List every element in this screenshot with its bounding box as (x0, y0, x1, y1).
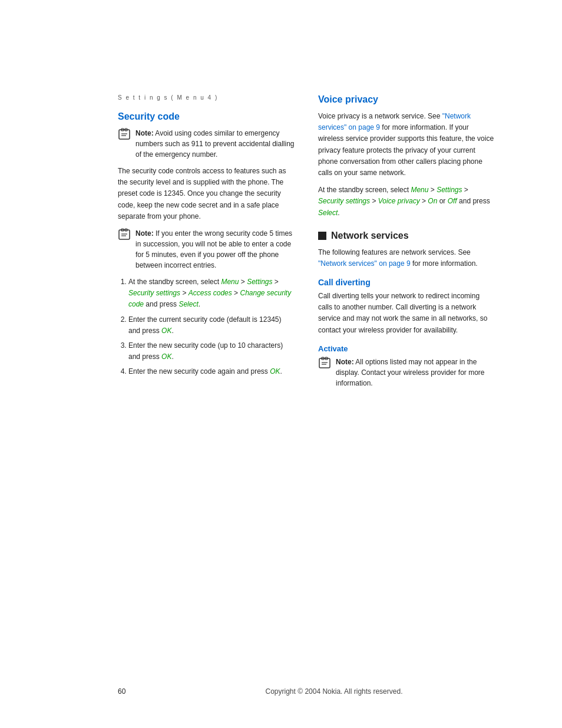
svg-rect-0 (119, 130, 130, 139)
voice-privacy-title: Voice privacy (318, 94, 495, 105)
network-services-section: Network services The following features … (318, 230, 495, 269)
note-icon-2 (118, 228, 131, 243)
note-content-2: If you enter the wrong security code 5 t… (135, 229, 292, 269)
step1-text: At the standby screen, select Menu > Set… (128, 278, 291, 308)
svg-rect-5 (119, 230, 130, 239)
vp-voice-privacy: Voice privacy (378, 197, 420, 205)
security-code-title: Security code (118, 111, 295, 122)
step2-ok: OK (161, 327, 171, 335)
step1-settings: Settings (247, 278, 272, 286)
step4-ok: OK (270, 367, 280, 375)
vp-settings: Settings (437, 186, 462, 194)
network-services-link: "Network services" on page 9 (318, 259, 411, 268)
step-3: Enter the new security code (up to 10 ch… (128, 340, 295, 363)
copyright-text: Copyright © 2004 Nokia. All rights reser… (141, 687, 527, 696)
voice-privacy-body2: At the standby screen, select Menu > Set… (318, 185, 495, 219)
call-diverting-title: Call diverting (318, 278, 495, 287)
note-icon-1 (118, 128, 131, 143)
activate-section: Activate Note: All options listed may no… (318, 344, 495, 388)
activate-note-text: Note: All options listed may not appear … (336, 357, 495, 388)
activate-note-content: All options listed may not appear in the… (336, 358, 485, 387)
note-box-2: Note: If you enter the wrong security co… (118, 228, 295, 271)
step-1: At the standby screen, select Menu > Set… (128, 276, 295, 311)
note-text-2: Note: If you enter the wrong security co… (135, 228, 295, 271)
vp-select: Select (318, 209, 338, 217)
activate-note-box: Note: All options listed may not appear … (318, 357, 495, 388)
footer: 60 Copyright © 2004 Nokia. All rights re… (0, 687, 562, 696)
call-diverting-section: Call diverting Call diverting tells your… (318, 278, 495, 336)
network-services-square (318, 232, 326, 240)
activate-title: Activate (318, 344, 495, 353)
page-number: 60 (118, 687, 141, 696)
vp-security-settings: Security settings (318, 197, 370, 205)
steps-list: At the standby screen, select Menu > Set… (128, 276, 295, 378)
step1-select: Select (178, 300, 198, 308)
note-text-1: Note: Avoid using codes similar to emerg… (135, 128, 295, 160)
network-services-title-row: Network services (318, 230, 495, 241)
step2-text: Enter the current security code (default… (128, 315, 281, 335)
activate-note-bold: Note: (336, 358, 354, 366)
page: S e t t i n g s ( M e n u 4 ) Security c… (0, 0, 562, 728)
note-box-1: Note: Avoid using codes similar to emerg… (118, 128, 295, 160)
step1-access-codes: Access codes (189, 289, 232, 297)
step-4: Enter the new security code again and pr… (128, 366, 295, 377)
activate-note-icon (318, 357, 331, 371)
vp-menu: Menu (411, 186, 428, 194)
body-text-1: The security code controls access to fea… (118, 166, 295, 222)
right-column: Voice privacy Voice privacy is a network… (318, 94, 495, 394)
network-services-title-text: Network services (331, 230, 409, 241)
voice-privacy-section: Voice privacy Voice privacy is a network… (318, 94, 495, 219)
step3-text: Enter the new security code (up to 10 ch… (128, 341, 283, 361)
left-column: S e t t i n g s ( M e n u 4 ) Security c… (118, 94, 295, 394)
note-content-1: Avoid using codes similar to emergency n… (135, 129, 295, 159)
vp-off: Off (448, 197, 457, 205)
vp-on: On (428, 197, 437, 205)
note-bold-2: Note: (135, 229, 154, 238)
voice-privacy-link: "Network services" on page 9 (318, 112, 471, 131)
step4-text: Enter the new security code again and pr… (128, 367, 282, 375)
step1-security-settings: Security settings (128, 289, 180, 297)
svg-rect-10 (319, 358, 330, 368)
step3-ok: OK (161, 353, 171, 361)
settings-label: S e t t i n g s ( M e n u 4 ) (118, 94, 295, 101)
note-bold-1: Note: (135, 129, 154, 137)
call-diverting-body: Call diverting tells your network to red… (318, 291, 495, 336)
step-2: Enter the current security code (default… (128, 314, 295, 337)
network-services-body: The following features are network servi… (318, 247, 495, 269)
step1-menu: Menu (221, 278, 239, 286)
voice-privacy-body1: Voice privacy is a network service. See … (318, 111, 495, 179)
